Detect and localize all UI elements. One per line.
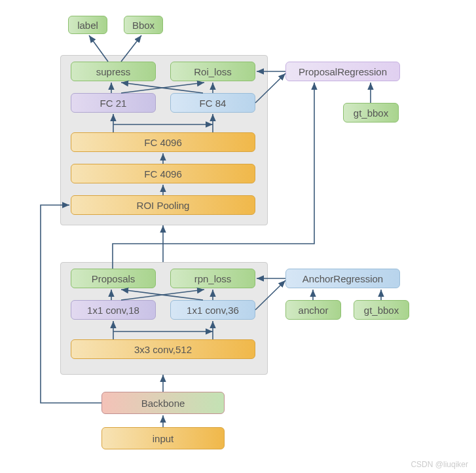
node-rpn-loss: rpn_loss [170,269,255,288]
node-roi-loss: Roi_loss [170,62,255,81]
node-gt-bbox-bottom: gt_bbox [354,300,409,320]
node-anchor: anchor [285,300,341,320]
watermark: CSDN @liuqiker [411,460,468,469]
node-supress: supress [71,62,156,81]
node-conv18: 1x1 conv,18 [71,300,156,320]
node-conv512: 3x3 conv,512 [71,339,255,359]
node-gt-bbox-top: gt_bbox [343,103,399,123]
node-anchor-regression: AnchorRegression [285,269,400,288]
node-proposals: Proposals [71,269,156,288]
node-conv36: 1x1 conv,36 [170,300,255,320]
node-bbox-out: Bbox [124,16,163,34]
node-proposal-regression: ProposalRegression [285,62,400,81]
node-input: input [101,427,225,449]
node-fc21: FC 21 [71,93,156,113]
node-backbone: Backbone [101,392,225,414]
node-fc84: FC 84 [170,93,255,113]
node-fc4096-a: FC 4096 [71,132,255,152]
node-fc4096-b: FC 4096 [71,164,255,183]
node-label: label [68,16,107,34]
node-roi-pooling: ROI Pooling [71,195,255,215]
